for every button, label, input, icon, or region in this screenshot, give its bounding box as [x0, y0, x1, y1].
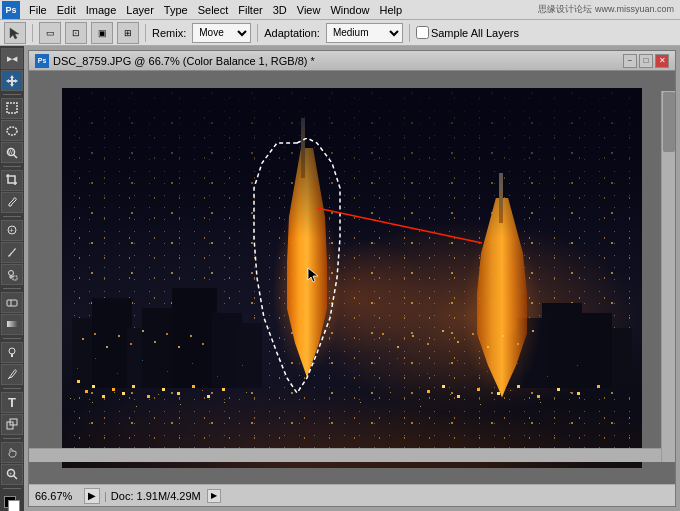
tool-separator-2 — [3, 166, 21, 167]
svg-rect-11 — [7, 321, 17, 327]
menu-help[interactable]: Help — [375, 0, 408, 20]
menu-view[interactable]: View — [292, 0, 326, 20]
minimize-button[interactable]: − — [623, 54, 637, 68]
tool-separator-4 — [3, 288, 21, 289]
divider-3 — [257, 24, 258, 42]
options-bar: ▭ ⊡ ▣ ⊞ Remix: Move Lighten Darken Adapt… — [0, 20, 680, 46]
tool-crop[interactable] — [1, 170, 23, 191]
divider-2 — [145, 24, 146, 42]
svg-point-12 — [9, 348, 15, 354]
tool-separator-6 — [3, 388, 21, 389]
tool-separator-5 — [3, 338, 21, 339]
tool-marquee-rect[interactable] — [1, 98, 23, 119]
svg-rect-9 — [7, 300, 17, 306]
tool-zoom[interactable]: + — [1, 464, 23, 485]
menubar: Ps File Edit Image Layer Type Select Fil… — [0, 0, 680, 20]
status-arrow-button[interactable]: ▶ — [207, 489, 221, 503]
tool-shape[interactable] — [1, 414, 23, 435]
menu-file[interactable]: File — [24, 0, 52, 20]
content-area: Ps DSC_8759.JPG @ 66.7% (Color Balance 1… — [24, 46, 680, 511]
right-tower — [462, 198, 542, 398]
menu-3d[interactable]: 3D — [268, 0, 292, 20]
divider-1 — [32, 24, 33, 42]
svg-line-3 — [14, 154, 18, 158]
tool-hand[interactable] — [1, 442, 23, 463]
menu-edit[interactable]: Edit — [52, 0, 81, 20]
tool-lasso[interactable] — [1, 120, 23, 141]
tool-brush[interactable] — [1, 242, 23, 263]
menu-type[interactable]: Type — [159, 0, 193, 20]
zoom-level: 66.67% — [35, 490, 80, 502]
document-window: Ps DSC_8759.JPG @ 66.7% (Color Balance 1… — [28, 50, 676, 507]
sample-all-layers-label[interactable]: Sample All Layers — [416, 26, 519, 39]
shape-round-icon[interactable]: ▣ — [91, 22, 113, 44]
svg-text:+: + — [9, 226, 14, 235]
buildings-silhouette — [62, 268, 642, 388]
canvas-area[interactable] — [29, 71, 675, 484]
document-titlebar: Ps DSC_8759.JPG @ 66.7% (Color Balance 1… — [29, 51, 675, 71]
menu-image[interactable]: Image — [81, 0, 122, 20]
tool-move[interactable] — [1, 70, 23, 91]
tool-eyedropper[interactable] — [1, 192, 23, 213]
color-swatches[interactable] — [2, 494, 22, 511]
tool-gradient[interactable] — [1, 314, 23, 335]
shape-extra-icon[interactable]: ⊞ — [117, 22, 139, 44]
v-scroll-thumb[interactable] — [663, 92, 675, 152]
tool-text[interactable]: T — [1, 392, 23, 413]
zoom-button[interactable]: ▶ — [84, 488, 100, 504]
active-tool-icon — [4, 22, 26, 44]
tool-quick-select[interactable]: W — [1, 142, 23, 163]
doc-info: Doc: 1.91M/4.29M — [111, 490, 201, 502]
svg-point-1 — [7, 127, 17, 135]
doc-ps-logo: Ps — [35, 54, 49, 68]
tool-dodge[interactable] — [1, 342, 23, 363]
divider-4 — [409, 24, 410, 42]
tool-healing-brush[interactable]: + — [1, 220, 23, 241]
svg-point-7 — [9, 270, 14, 275]
tool-separator-1 — [3, 94, 21, 95]
menu-window[interactable]: Window — [325, 0, 374, 20]
adaptation-label: Adaptation: — [264, 27, 320, 39]
shape-rect-icon[interactable]: ▭ — [39, 22, 61, 44]
main-tower — [267, 148, 347, 378]
menu-select[interactable]: Select — [193, 0, 234, 20]
adaptation-select[interactable]: Very Strict Strict Medium Loose Very Loo… — [326, 23, 403, 43]
svg-line-18 — [14, 476, 18, 480]
tool-separator-8 — [3, 488, 21, 489]
document-title: DSC_8759.JPG @ 66.7% (Color Balance 1, R… — [53, 55, 619, 67]
tool-clone-stamp[interactable] — [1, 264, 23, 285]
left-toolbar: ▶◀ W + — [0, 46, 24, 511]
remix-label: Remix: — [152, 27, 186, 39]
horizontal-scrollbar[interactable] — [29, 448, 661, 462]
status-divider: | — [104, 490, 107, 502]
workspace: ▶◀ W + — [0, 46, 680, 511]
svg-line-14 — [8, 377, 10, 379]
maximize-button[interactable]: □ — [639, 54, 653, 68]
svg-text:W: W — [8, 149, 13, 155]
tool-separator-7 — [3, 438, 21, 439]
image-canvas[interactable] — [62, 88, 642, 468]
watermark: 思缘设计论坛 www.missyuan.com — [538, 3, 678, 16]
status-bar: 66.67% ▶ | Doc: 1.91M/4.29M ▶ — [29, 484, 675, 506]
shape-corner-icon[interactable]: ⊡ — [65, 22, 87, 44]
svg-rect-8 — [13, 276, 17, 280]
toolbar-expand[interactable]: ▶◀ — [1, 48, 23, 69]
close-button[interactable]: ✕ — [655, 54, 669, 68]
vertical-scrollbar[interactable] — [661, 91, 675, 462]
svg-rect-0 — [7, 103, 17, 113]
background-color[interactable] — [8, 500, 20, 511]
tool-separator-3 — [3, 216, 21, 217]
tool-pen[interactable] — [1, 364, 23, 385]
window-controls: − □ ✕ — [623, 54, 669, 68]
sample-all-layers-checkbox[interactable] — [416, 26, 429, 39]
menu-filter[interactable]: Filter — [233, 0, 267, 20]
svg-text:+: + — [9, 470, 12, 476]
ps-logo: Ps — [2, 1, 20, 19]
tool-eraser[interactable] — [1, 292, 23, 313]
remix-select[interactable]: Move Lighten Darken — [192, 23, 251, 43]
menu-layer[interactable]: Layer — [121, 0, 159, 20]
